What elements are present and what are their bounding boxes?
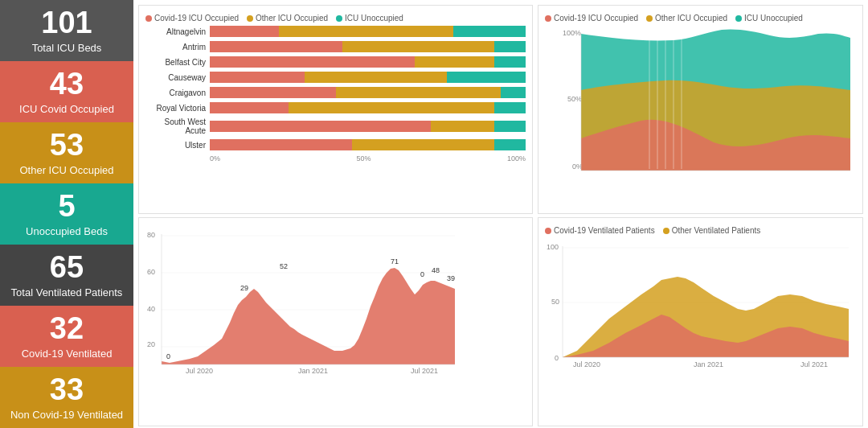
right-bottom-chart: 100 50 0: [545, 238, 856, 371]
unoccupied-seg: [494, 56, 526, 68]
covid-seg: [210, 139, 352, 150]
other-seg: [336, 87, 500, 98]
svg-text:100: 100: [547, 243, 559, 251]
bottom-row: 80 60 40 20 0 29 52: [138, 217, 863, 426]
bar-track: [210, 72, 526, 83]
other-seg: [279, 26, 452, 37]
bar-label: Causeway: [145, 73, 210, 82]
legend-dot: [545, 228, 551, 234]
bar-track: [210, 56, 526, 68]
svg-text:Jul 2020: Jul 2020: [573, 360, 600, 368]
stat-box-total-ventilated-patients: 65Total Ventilated Patients: [0, 245, 133, 306]
bar-track: [210, 26, 526, 37]
legend-label: Other Ventilated Patients: [672, 226, 761, 235]
stat-label: Unoccupied Beds: [23, 224, 111, 239]
bar-label: Antrim: [145, 43, 210, 51]
svg-text:100%: 100%: [563, 29, 581, 37]
covid-seg: [210, 26, 279, 37]
legend-item: Other Ventilated Patients: [663, 226, 761, 235]
stat-box-icu-covid-occupied: 43ICU Covid Occupied: [0, 61, 133, 122]
stat-label: Total Ventilated Patients: [8, 285, 126, 300]
bar-row: Antrim: [145, 41, 526, 52]
svg-text:80: 80: [147, 231, 155, 239]
stat-box-unoccupied-beds: 5Unoccupied Beds: [0, 183, 133, 245]
bar-track: [210, 41, 526, 52]
other-seg: [352, 139, 494, 150]
legend-item: Other ICU Occupied: [646, 14, 727, 23]
svg-text:Jul 2021: Jul 2021: [810, 174, 837, 175]
legend-label: Other ICU Occupied: [256, 14, 328, 23]
main-content: Covid-19 ICU OccupiedOther ICU OccupiedI…: [133, 0, 868, 428]
svg-text:48: 48: [432, 266, 440, 274]
x-axis-labels: 0%50%100%: [145, 154, 526, 163]
svg-text:0: 0: [166, 352, 170, 360]
bar-row: South West Acute: [145, 117, 526, 135]
svg-text:Jul 2020: Jul 2020: [186, 367, 213, 375]
stat-label: Covid-19 Ventilated: [18, 346, 116, 361]
bar-label: Royal Victoria: [145, 104, 210, 113]
svg-text:Jan 2021: Jan 2021: [298, 367, 328, 375]
other-seg: [342, 41, 494, 52]
stat-label: Non Covid-19 Ventilated: [7, 407, 126, 422]
unoccupied-seg: [494, 121, 526, 132]
bar-track: [210, 139, 526, 150]
svg-text:39: 39: [447, 274, 455, 282]
legend-item: Covid-19 ICU Occupied: [545, 14, 638, 23]
svg-text:50%: 50%: [567, 95, 582, 103]
svg-text:71: 71: [391, 257, 399, 265]
right-top-chart: 100% 50% 0%: [545, 26, 856, 175]
stat-label: Total ICU Beds: [29, 40, 105, 56]
legend-dot: [336, 15, 342, 22]
svg-text:29: 29: [240, 284, 248, 292]
svg-text:0: 0: [555, 354, 559, 362]
bar-label: Altnagelvin: [145, 27, 210, 36]
svg-text:Jul 2021: Jul 2021: [411, 367, 438, 375]
bar-chart-legend: Covid-19 ICU OccupiedOther ICU OccupiedI…: [145, 14, 526, 23]
right-bottom-svg: 100 50 0: [545, 238, 850, 371]
unoccupied-seg: [494, 41, 526, 52]
bar-track: [210, 102, 526, 113]
bar-track: [210, 87, 526, 98]
svg-text:52: 52: [280, 262, 288, 270]
svg-text:40: 40: [147, 305, 155, 313]
stat-label: Other ICU Occupied: [16, 163, 117, 178]
stat-number: 101: [41, 6, 92, 40]
svg-text:0: 0: [420, 270, 424, 278]
legend-label: ICU Unoccupied: [345, 14, 403, 23]
other-seg: [415, 56, 493, 68]
svg-text:Jan 2021: Jan 2021: [694, 360, 723, 368]
bar-label: South West Acute: [145, 117, 210, 135]
legend-item: Covid-19 ICU Occupied: [145, 14, 239, 23]
stat-number: 32: [50, 311, 84, 346]
unoccupied-seg: [501, 87, 526, 98]
bar-label: Ulster: [145, 141, 210, 150]
bar-chart: AltnagelvinAntrimBelfast CityCausewayCra…: [145, 26, 526, 187]
legend-dot: [646, 15, 653, 22]
stat-label: ICU Covid Occupied: [16, 101, 117, 117]
bar-row: Royal Victoria: [145, 102, 526, 113]
covid-seg: [210, 102, 289, 113]
line-chart: 80 60 40 20 0 29 52: [145, 226, 526, 375]
legend-dot: [145, 15, 152, 22]
legend-dot: [735, 15, 742, 22]
svg-text:50: 50: [551, 298, 559, 306]
bar-track: [210, 121, 526, 132]
svg-text:Jan 2021: Jan 2021: [702, 174, 731, 175]
legend-label: Covid-19 ICU Occupied: [154, 14, 239, 23]
right-bottom-panel: Covid-19 Ventilated PatientsOther Ventil…: [538, 217, 863, 426]
stat-number: 5: [58, 189, 75, 224]
bar-row: Craigavon: [145, 87, 526, 98]
legend-dot: [247, 15, 253, 22]
legend-item: Covid-19 Ventilated Patients: [545, 226, 655, 235]
other-seg: [289, 102, 493, 113]
line-chart-panel: 80 60 40 20 0 29 52: [138, 217, 533, 426]
bar-row: Ulster: [145, 139, 526, 150]
legend-item: Other ICU Occupied: [247, 14, 328, 23]
stat-box-other-icu-occupied: 53Other ICU Occupied: [0, 122, 133, 183]
right-top-panel: Covid-19 ICU OccupiedOther ICU OccupiedI…: [538, 5, 863, 214]
other-seg: [431, 121, 494, 132]
legend-dot: [545, 15, 551, 22]
covid-seg: [210, 41, 342, 52]
svg-text:Jul 2020: Jul 2020: [581, 174, 608, 175]
unoccupied-seg: [453, 26, 526, 37]
